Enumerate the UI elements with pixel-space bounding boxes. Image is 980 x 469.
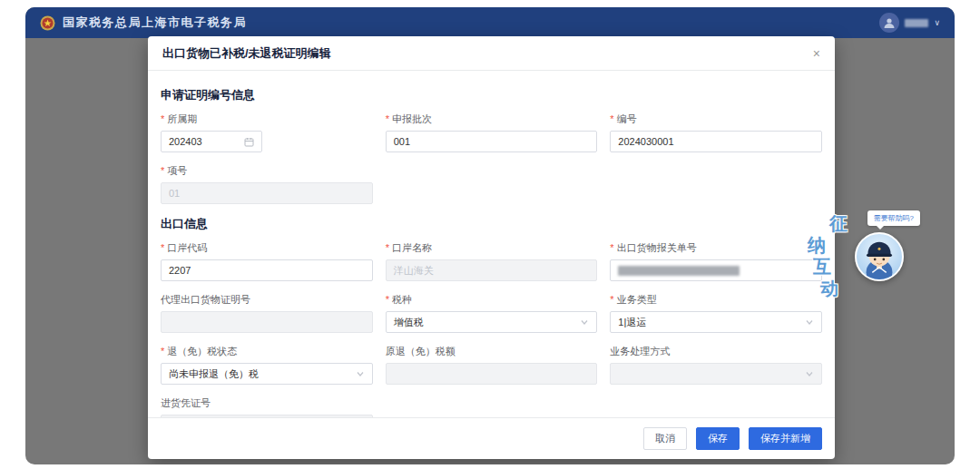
form-row: 进货凭证号 bbox=[161, 396, 822, 417]
port-code-label: 口岸代码 bbox=[161, 241, 373, 255]
field-item-no: 项号 01 bbox=[161, 164, 373, 204]
original-refund-label: 原退（免）税额 bbox=[386, 345, 598, 358]
field-period: 所属期 202403 bbox=[161, 112, 373, 152]
number-value: 2024030001 bbox=[618, 136, 673, 147]
batch-label: 申报批次 bbox=[386, 112, 598, 126]
tax-type-label: 税种 bbox=[386, 293, 598, 307]
field-agent-cert-no: 代理出口货物证明号 bbox=[161, 293, 373, 333]
modal-title: 出口货物已补税/未退税证明编辑 bbox=[162, 45, 331, 62]
spacer bbox=[386, 396, 598, 417]
field-process-method: 业务处理方式 bbox=[610, 345, 822, 385]
save-button[interactable]: 保存 bbox=[696, 427, 740, 450]
business-type-select[interactable]: 1|退运 bbox=[610, 311, 822, 333]
batch-value: 001 bbox=[394, 136, 410, 147]
assistant-tooltip: 需要帮助吗? bbox=[867, 210, 920, 226]
customs-no-input[interactable] bbox=[610, 259, 822, 281]
close-icon[interactable]: × bbox=[813, 47, 820, 60]
field-port-code: 口岸代码 2207 bbox=[161, 241, 373, 281]
original-refund-input bbox=[386, 363, 598, 385]
assistant-label-char: 纳 bbox=[808, 234, 848, 256]
batch-input[interactable]: 001 bbox=[386, 131, 598, 152]
business-type-value: 1|退运 bbox=[618, 316, 646, 329]
national-emblem-icon bbox=[40, 15, 55, 31]
port-name-value: 洋山海关 bbox=[394, 264, 434, 278]
chevron-down-icon[interactable]: ∨ bbox=[934, 19, 940, 27]
edit-certificate-modal: 出口货物已补税/未退税证明编辑 × 申请证明编号信息 所属期 202403 bbox=[148, 36, 835, 459]
app-title: 国家税务总局上海市电子税务局 bbox=[63, 15, 247, 31]
refund-status-label: 退（免）税状态 bbox=[161, 345, 373, 358]
form-row: 代理出口货物证明号 税种 增值税 业务类型 bbox=[161, 293, 822, 333]
port-code-value: 2207 bbox=[169, 265, 191, 276]
save-and-new-button[interactable]: 保存并新增 bbox=[749, 427, 822, 450]
spacer bbox=[610, 396, 822, 417]
topbar: 国家税务总局上海市电子税务局 ∨ bbox=[25, 7, 955, 38]
port-name-label: 口岸名称 bbox=[386, 241, 598, 255]
form-row: 口岸代码 2207 口岸名称 洋山海关 出口货物报关单号 bbox=[161, 241, 822, 281]
modal-body: 申请证明编号信息 所属期 202403 bbox=[148, 71, 835, 417]
spacer bbox=[610, 164, 822, 204]
item-no-input: 01 bbox=[161, 182, 373, 204]
period-value: 202403 bbox=[169, 136, 202, 147]
brand: 国家税务总局上海市电子税务局 bbox=[40, 15, 247, 31]
port-name-input: 洋山海关 bbox=[386, 259, 598, 281]
business-type-label: 业务类型 bbox=[610, 293, 822, 307]
process-method-select bbox=[610, 363, 822, 385]
agent-cert-no-input bbox=[161, 311, 373, 333]
customs-no-label: 出口货物报关单号 bbox=[610, 241, 822, 255]
process-method-label: 业务处理方式 bbox=[610, 345, 822, 358]
agent-cert-no-label: 代理出口货物证明号 bbox=[161, 293, 373, 307]
item-no-value: 01 bbox=[169, 188, 180, 199]
assistant-label-char: 动 bbox=[820, 278, 848, 299]
field-purchase-voucher: 进货凭证号 bbox=[161, 396, 373, 417]
section-title-export-info: 出口信息 bbox=[161, 216, 822, 232]
assistant-label-char: 互 bbox=[813, 256, 848, 278]
number-input[interactable]: 2024030001 bbox=[610, 131, 822, 152]
section-title-apply-info: 申请证明编号信息 bbox=[161, 87, 822, 103]
user-avatar-icon[interactable] bbox=[879, 13, 899, 33]
tax-assistant-widget[interactable]: 需要帮助吗? 征 纳 互 动 bbox=[795, 200, 924, 316]
form-row: 所属期 202403 申报批 bbox=[161, 112, 822, 152]
field-original-refund: 原退（免）税额 bbox=[386, 345, 598, 385]
chevron-down-icon bbox=[805, 369, 814, 378]
tax-type-value: 增值税 bbox=[394, 316, 424, 329]
field-port-name: 口岸名称 洋山海关 bbox=[386, 241, 598, 281]
chevron-down-icon bbox=[580, 318, 589, 327]
modal-footer: 取消 保存 保存并新增 bbox=[148, 417, 835, 459]
form-row: 项号 01 bbox=[161, 164, 822, 204]
cancel-button[interactable]: 取消 bbox=[643, 427, 687, 450]
assistant-label: 征 纳 互 动 bbox=[806, 212, 848, 299]
tax-officer-mascot-icon[interactable] bbox=[855, 232, 904, 281]
field-tax-type: 税种 增值税 bbox=[386, 293, 598, 333]
field-batch: 申报批次 001 bbox=[386, 112, 598, 152]
customs-no-redacted-value bbox=[618, 266, 740, 276]
purchase-voucher-label: 进货凭证号 bbox=[161, 396, 373, 410]
field-number: 编号 2024030001 bbox=[610, 112, 822, 152]
spacer bbox=[386, 164, 598, 204]
modal-header: 出口货物已补税/未退税证明编辑 × bbox=[148, 36, 835, 71]
port-code-input[interactable]: 2207 bbox=[161, 259, 373, 281]
refund-status-select[interactable]: 尚未申报退（免）税 bbox=[161, 363, 373, 385]
number-label: 编号 bbox=[610, 112, 822, 126]
field-customs-no: 出口货物报关单号 bbox=[610, 241, 822, 281]
item-no-label: 项号 bbox=[161, 164, 373, 178]
period-label: 所属期 bbox=[161, 112, 373, 126]
field-business-type: 业务类型 1|退运 bbox=[610, 293, 822, 333]
chevron-down-icon bbox=[805, 318, 814, 327]
tax-type-select[interactable]: 增值税 bbox=[386, 311, 598, 333]
app-frame: 国家税务总局上海市电子税务局 ∨ 出口货物已补税/未退税证明编辑 × 申请证明编… bbox=[25, 7, 955, 464]
form-row: 退（免）税状态 尚未申报退（免）税 原退（免）税额 业务处理方式 bbox=[161, 345, 822, 385]
username-redacted bbox=[905, 19, 928, 27]
assistant-label-char: 征 bbox=[829, 212, 848, 234]
calendar-icon[interactable] bbox=[244, 137, 254, 147]
refund-status-value: 尚未申报退（免）税 bbox=[169, 367, 259, 381]
field-refund-status: 退（免）税状态 尚未申报退（免）税 bbox=[161, 345, 373, 385]
period-input[interactable]: 202403 bbox=[161, 131, 262, 152]
user-menu[interactable]: ∨ bbox=[879, 13, 940, 33]
chevron-down-icon bbox=[356, 369, 365, 378]
